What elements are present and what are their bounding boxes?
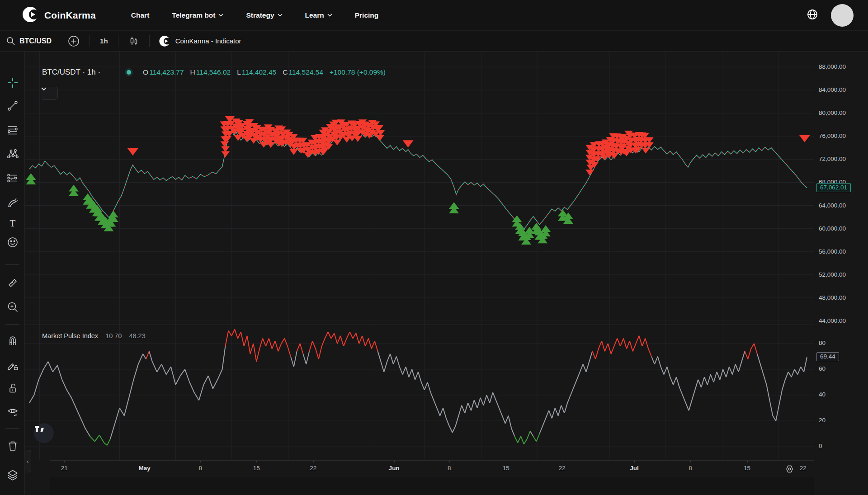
time-axis-tick xyxy=(145,461,145,462)
chevron-down-icon xyxy=(278,14,283,17)
price-pane-legend[interactable]: BTC/USDT · 1h · O114,423.77 H114,546.02 … xyxy=(42,68,386,77)
indicator-axis-label: 80 xyxy=(819,339,826,346)
time-axis-label: 22 xyxy=(800,465,807,471)
candlestick-icon xyxy=(128,36,139,47)
time-axis-label: 21 xyxy=(61,465,68,471)
drawing-toolbar: T xyxy=(0,52,25,495)
time-axis[interactable]: 21May81522Jun81522Jul81522 xyxy=(50,460,814,477)
emoji-tool-button[interactable] xyxy=(6,236,19,249)
menu-item-chart[interactable]: Chart xyxy=(131,11,149,19)
menu-item-strategy[interactable]: Strategy xyxy=(246,11,282,19)
legend-expand-button[interactable] xyxy=(41,87,58,100)
tradingview-watermark-icon[interactable] xyxy=(34,423,54,443)
indicator-button[interactable]: CoinKarma - Indicator xyxy=(150,35,250,47)
legend-symbol: BTC/USDT · 1h · xyxy=(42,68,100,77)
trend-line-icon xyxy=(6,99,19,112)
indicator-value-tag: 69.44 xyxy=(816,352,839,361)
plus-circle-icon xyxy=(68,35,80,47)
compare-add-button[interactable] xyxy=(58,33,90,49)
indicator-params: 10 70 xyxy=(105,332,122,339)
time-axis-tick xyxy=(449,461,450,462)
price-axis-label: 84,000.00 xyxy=(819,86,846,93)
time-axis-tick xyxy=(747,461,748,462)
indicator-chart-svg xyxy=(25,325,814,460)
pattern-tool-button[interactable] xyxy=(6,147,19,161)
price-axis[interactable]: 67,062.01 69.44 88,000.0084,000.0080,000… xyxy=(814,52,868,460)
axis-settings-gear-icon[interactable] xyxy=(785,465,794,475)
symbol-search[interactable]: BTC/USD xyxy=(0,37,58,45)
fib-retracement-tool-button[interactable] xyxy=(6,123,19,137)
time-axis-tick xyxy=(64,461,65,462)
chevron-down-icon xyxy=(218,14,223,17)
measure-tool-button[interactable] xyxy=(6,276,19,290)
lock-all-tool-button[interactable] xyxy=(6,382,19,395)
magnet-tool-button[interactable] xyxy=(6,334,19,347)
time-axis-tick xyxy=(634,461,635,462)
chart-area: BTC/USDT · 1h · O114,423.77 H114,546.02 … xyxy=(25,52,814,495)
time-axis-label: 22 xyxy=(559,465,566,471)
chart-style-button[interactable] xyxy=(118,33,149,49)
price-axis-label: 64,000.00 xyxy=(819,202,846,209)
panel-collapse-handle[interactable]: ‹ xyxy=(25,450,31,472)
navbar-right xyxy=(807,4,854,27)
time-axis-tick xyxy=(394,461,395,462)
magnet-icon xyxy=(6,334,19,347)
price-change: +100.78 (+0.09%) xyxy=(330,68,386,76)
time-axis-label: 8 xyxy=(448,465,451,471)
toolbar-divider xyxy=(5,264,19,265)
toolbar-divider xyxy=(5,428,19,429)
indicator-axis-label: 40 xyxy=(819,391,826,398)
crosshair-tool-button[interactable] xyxy=(6,76,19,90)
object-tree-button[interactable] xyxy=(6,468,19,482)
svg-text:T: T xyxy=(10,218,16,229)
brush-tool-button[interactable] xyxy=(6,196,19,210)
hide-drawings-tool-button[interactable] xyxy=(6,405,19,419)
chart-toolbar: BTC/USD 1h CoinKarma - Indicator xyxy=(0,31,868,52)
price-axis-label: 56,000.00 xyxy=(819,248,846,255)
text-icon: T xyxy=(6,217,19,230)
time-axis-tick xyxy=(256,461,257,462)
brand-name: CoinKarma xyxy=(44,10,96,21)
menu-item-telegram-bot[interactable]: Telegram bot xyxy=(172,11,223,19)
navbar: CoinKarma Chart Telegram bot Strategy Le… xyxy=(0,0,868,31)
zoom-in-tool-button[interactable] xyxy=(6,300,19,314)
workspace: T xyxy=(0,52,868,495)
language-globe-icon[interactable] xyxy=(807,9,818,22)
time-axis-label: Jun xyxy=(389,465,400,471)
drawing-lock-tool-button[interactable] xyxy=(6,358,19,372)
time-axis-label: May xyxy=(138,465,150,471)
indicator-pane[interactable]: Market Pulse Index 10 70 48.23 xyxy=(25,325,814,460)
text-tool-button[interactable]: T xyxy=(6,217,19,230)
menu-item-learn[interactable]: Learn xyxy=(305,11,332,19)
price-axis-label: 52,000.00 xyxy=(819,271,846,278)
coinkarma-logo-icon xyxy=(159,35,170,47)
price-pane[interactable]: BTC/USDT · 1h · O114,423.77 H114,546.02 … xyxy=(25,52,814,325)
price-chart-svg xyxy=(25,52,814,325)
chevron-down-icon xyxy=(327,14,332,17)
projection-tool-button[interactable] xyxy=(6,171,19,185)
indicator-name: Market Pulse Index xyxy=(42,332,98,339)
time-axis-label: 22 xyxy=(310,465,316,471)
time-axis-label: Jul xyxy=(630,465,639,471)
interval-button[interactable]: 1h xyxy=(90,33,118,49)
price-axis-label: 72,000.00 xyxy=(819,156,846,162)
price-axis-label: 60,000.00 xyxy=(819,225,846,232)
ohlc-values: O114,423.77 H114,546.02 L114,402.45 C114… xyxy=(143,68,323,76)
time-axis-label: 15 xyxy=(744,465,750,471)
remove-drawings-button[interactable] xyxy=(6,439,19,453)
price-axis-label: 80,000.00 xyxy=(819,109,846,116)
time-axis-label: 8 xyxy=(689,465,692,471)
unlocked-padlock-icon xyxy=(6,382,19,395)
user-avatar[interactable] xyxy=(831,4,854,27)
app-root: CoinKarma Chart Telegram bot Strategy Le… xyxy=(0,0,868,495)
price-axis-label: 76,000.00 xyxy=(819,132,846,139)
indicator-axis-label: 20 xyxy=(819,417,826,424)
indicator-axis-label: 0 xyxy=(819,443,822,449)
menu-item-pricing[interactable]: Pricing xyxy=(355,11,379,19)
brand[interactable]: CoinKarma xyxy=(22,6,96,25)
indicator-legend[interactable]: Market Pulse Index 10 70 48.23 xyxy=(42,332,146,339)
time-axis-label: 15 xyxy=(253,465,260,471)
trend-line-tool-button[interactable] xyxy=(6,99,19,113)
indicator-label: CoinKarma - Indicator xyxy=(175,37,241,45)
xabcd-pattern-icon xyxy=(6,148,19,160)
